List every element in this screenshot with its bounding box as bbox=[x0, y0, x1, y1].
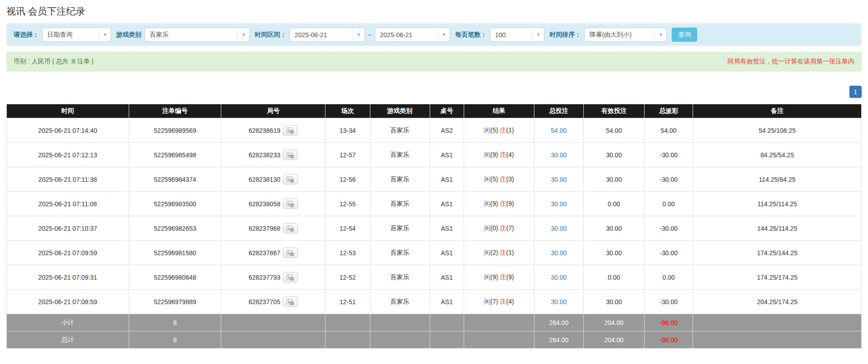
column-header: 时间 bbox=[7, 104, 129, 118]
summary-count: 8 bbox=[129, 331, 221, 349]
cell-session: 12-53 bbox=[325, 241, 370, 265]
cell-remark: 204.25/174.25 bbox=[693, 290, 862, 314]
cell-bet-number: 522596981580 bbox=[129, 241, 221, 265]
summary-bar: 币别 : 人民币 | 总共 :8 注单 | 同局有效投注，统一计算在该局第一张注… bbox=[6, 52, 862, 72]
video-replay-button[interactable] bbox=[283, 272, 298, 282]
round-number-text: 628238233 bbox=[248, 151, 280, 159]
total-bet-link[interactable]: 30.00 bbox=[551, 274, 567, 281]
date-to-value: 2025-06-21 bbox=[375, 31, 417, 39]
round-number-text: 628238130 bbox=[248, 176, 280, 183]
cell-game-type: 百家乐 bbox=[370, 143, 430, 167]
round-number-text: 628238619 bbox=[248, 127, 280, 134]
column-header: 备注 bbox=[693, 104, 862, 118]
round-number-text: 628237705 bbox=[248, 298, 280, 306]
video-replay-button[interactable] bbox=[283, 248, 298, 258]
table-body: 2025-06-21 07:14:40522596989569628238619… bbox=[7, 118, 862, 349]
summary-empty-session bbox=[325, 314, 370, 331]
summary-total-bet: 264.00 bbox=[534, 331, 583, 349]
total-bet-link[interactable]: 30.00 bbox=[551, 151, 567, 159]
cell-table-number: AS1 bbox=[430, 216, 464, 241]
cell-total-bet: 30.00 bbox=[534, 167, 583, 192]
cell-game-type: 百家乐 bbox=[370, 216, 430, 241]
cell-valid-bet: 0.00 bbox=[583, 192, 644, 216]
video-replay-button[interactable] bbox=[283, 199, 298, 209]
banker-result-label: 庄 bbox=[500, 273, 506, 281]
player-result-label: 闲 bbox=[484, 126, 490, 134]
player-result-label: 闲 bbox=[484, 224, 490, 232]
video-replay-icon bbox=[286, 176, 294, 183]
total-bet-link[interactable]: 30.00 bbox=[551, 200, 567, 208]
player-result-label: 闲 bbox=[484, 151, 490, 158]
cell-time: 2025-06-21 07:12:13 bbox=[7, 143, 129, 167]
player-result-value: (0) bbox=[490, 224, 500, 232]
cell-total-bet: 30.00 bbox=[534, 241, 583, 265]
video-replay-button[interactable] bbox=[283, 296, 298, 307]
cell-total-bet: 30.00 bbox=[534, 143, 583, 167]
player-result-label: 闲 bbox=[484, 175, 490, 183]
cell-game-type: 百家乐 bbox=[370, 118, 430, 143]
summary-total-payout: -96.00 bbox=[644, 314, 693, 331]
banker-result-label: 庄 bbox=[500, 249, 506, 256]
table-header-row: 时间注单编号局号场次游戏类别桌号结果总投注有效投注总派彩备注 bbox=[7, 104, 862, 118]
cell-table-number: AS1 bbox=[430, 192, 464, 216]
banker-result-label: 庄 bbox=[500, 224, 506, 232]
page-size-label: 每页笔数： bbox=[455, 31, 487, 39]
round-number-text: 628237867 bbox=[248, 249, 280, 257]
video-replay-button[interactable] bbox=[283, 125, 298, 136]
video-replay-icon bbox=[286, 250, 294, 257]
cell-table-number: AS2 bbox=[430, 118, 464, 143]
time-sort-select[interactable]: 降幂(由大到小) ▾ bbox=[584, 28, 667, 42]
cell-time: 2025-06-21 07:11:38 bbox=[7, 167, 129, 192]
cell-table-number: AS1 bbox=[430, 265, 464, 290]
cell-total-payout: -30.00 bbox=[644, 216, 693, 241]
player-result-label: 闲 bbox=[484, 298, 490, 305]
cell-session: 12-55 bbox=[325, 192, 370, 216]
summary-valid-bet: 204.00 bbox=[583, 314, 644, 331]
total-bet-link[interactable]: 30.00 bbox=[551, 298, 567, 306]
currency-total-text: 币别 : 人民币 | 总共 :8 注单 | bbox=[14, 58, 93, 66]
video-replay-button[interactable] bbox=[283, 223, 298, 233]
cell-time: 2025-06-21 07:09:31 bbox=[7, 265, 129, 290]
summary-label: 总计 bbox=[7, 331, 129, 349]
total-bet-link[interactable]: 30.00 bbox=[551, 249, 567, 257]
cell-session: 12-51 bbox=[325, 290, 370, 314]
table-row: 2025-06-21 07:09:59522596981580628237867… bbox=[7, 241, 862, 265]
column-header: 注单编号 bbox=[129, 104, 221, 118]
date-from-select[interactable]: 2025-06-21 ▾ bbox=[290, 28, 365, 42]
query-button[interactable]: 查询 bbox=[672, 28, 697, 42]
total-bet-link[interactable]: 30.00 bbox=[551, 225, 567, 232]
cell-time: 2025-06-21 07:10:37 bbox=[7, 216, 129, 241]
cell-total-payout: 0.00 bbox=[644, 192, 693, 216]
query-mode-select[interactable]: 日期查询 ▾ bbox=[42, 28, 111, 42]
summary-total-payout: -96.00 bbox=[644, 331, 693, 349]
video-replay-button[interactable] bbox=[283, 150, 298, 160]
cell-remark: 144.25/114.25 bbox=[693, 216, 862, 241]
page-size-select[interactable]: 100 ▾ bbox=[490, 28, 544, 42]
total-bet-link[interactable]: 30.00 bbox=[551, 176, 567, 183]
player-result-label: 闲 bbox=[484, 249, 490, 256]
video-replay-button[interactable] bbox=[283, 174, 298, 184]
game-type-select[interactable]: 百家乐 ▾ bbox=[145, 28, 250, 42]
pagination: 1 bbox=[6, 86, 862, 98]
cell-total-payout: 0.00 bbox=[644, 265, 693, 290]
column-header: 总投注 bbox=[534, 104, 583, 118]
total-bet-link[interactable]: 54.00 bbox=[551, 127, 567, 134]
pagination-page-1-button[interactable]: 1 bbox=[849, 86, 862, 98]
video-replay-icon bbox=[286, 225, 294, 232]
date-to-select[interactable]: 2025-06-21 ▾ bbox=[375, 28, 450, 42]
page-size-value: 100 bbox=[490, 31, 510, 39]
video-replay-icon bbox=[286, 127, 294, 134]
cell-table-number: AS1 bbox=[430, 290, 464, 314]
summary-empty-result bbox=[464, 314, 534, 331]
table-row: 2025-06-21 07:08:59522596979889628237705… bbox=[7, 290, 862, 314]
cell-remark: 114.25/114.25 bbox=[693, 192, 862, 216]
summary-valid-bet: 204.00 bbox=[583, 331, 644, 349]
cell-result: 闲(9) 庄(9) bbox=[464, 192, 534, 216]
cell-total-bet: 54.00 bbox=[534, 118, 583, 143]
column-header: 桌号 bbox=[430, 104, 464, 118]
cell-result: 闲(2) 庄(1) bbox=[464, 241, 534, 265]
table-row: 2025-06-21 07:10:37522596982653628237968… bbox=[7, 216, 862, 241]
table-row: 2025-06-21 07:12:13522596985498628238233… bbox=[7, 143, 862, 167]
video-replay-icon bbox=[286, 274, 294, 281]
banker-result-value: (4) bbox=[506, 151, 514, 158]
